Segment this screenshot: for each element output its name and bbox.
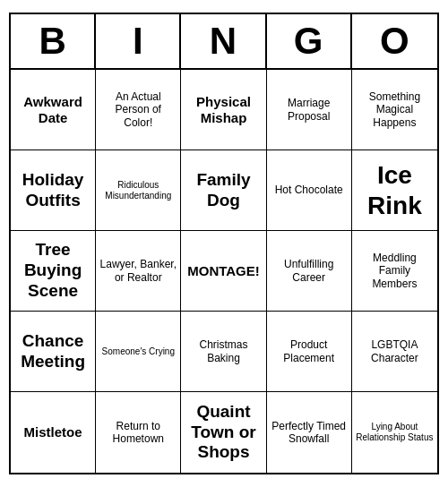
bingo-cell-23: Perfectly Timed Snowfall bbox=[267, 392, 352, 473]
bingo-cell-3: Marriage Proposal bbox=[267, 70, 352, 150]
bingo-card: BINGO Awkward DateAn Actual Person of Co… bbox=[9, 13, 439, 474]
bingo-cell-12: MONTAGE! bbox=[181, 231, 266, 312]
bingo-cell-21: Return to Hometown bbox=[96, 392, 181, 473]
bingo-cell-1: An Actual Person of Color! bbox=[96, 70, 181, 150]
bingo-header: BINGO bbox=[11, 14, 437, 70]
bingo-grid: Awkward DateAn Actual Person of Color!Ph… bbox=[11, 70, 437, 473]
bingo-letter-g: G bbox=[267, 14, 352, 68]
bingo-cell-4: Something Magical Happens bbox=[352, 70, 437, 150]
bingo-letter-i: I bbox=[96, 14, 181, 68]
bingo-letter-n: N bbox=[181, 14, 266, 68]
bingo-letter-o: O bbox=[352, 14, 437, 68]
bingo-cell-17: Christmas Baking bbox=[181, 312, 266, 392]
bingo-cell-14: Meddling Family Members bbox=[352, 231, 437, 312]
bingo-cell-9: Ice Rink bbox=[352, 150, 437, 231]
bingo-cell-2: Physical Mishap bbox=[181, 70, 266, 150]
bingo-cell-13: Unfulfilling Career bbox=[267, 231, 352, 312]
bingo-cell-10: Tree Buying Scene bbox=[11, 231, 96, 312]
bingo-cell-19: LGBTQIA Character bbox=[352, 312, 437, 392]
bingo-cell-20: Mistletoe bbox=[11, 392, 96, 473]
bingo-cell-11: Lawyer, Banker, or Realtor bbox=[96, 231, 181, 312]
bingo-cell-15: Chance Meeting bbox=[11, 312, 96, 392]
bingo-cell-16: Someone's Crying bbox=[96, 312, 181, 392]
bingo-cell-22: Quaint Town or Shops bbox=[181, 392, 266, 473]
bingo-cell-8: Hot Chocolate bbox=[267, 150, 352, 231]
bingo-cell-0: Awkward Date bbox=[11, 70, 96, 150]
bingo-cell-5: Holiday Outfits bbox=[11, 150, 96, 231]
bingo-cell-24: Lying About Relationship Status bbox=[352, 392, 437, 473]
bingo-cell-6: Ridiculous Misundertanding bbox=[96, 150, 181, 231]
bingo-cell-7: Family Dog bbox=[181, 150, 266, 231]
bingo-letter-b: B bbox=[11, 14, 96, 68]
bingo-cell-18: Product Placement bbox=[267, 312, 352, 392]
